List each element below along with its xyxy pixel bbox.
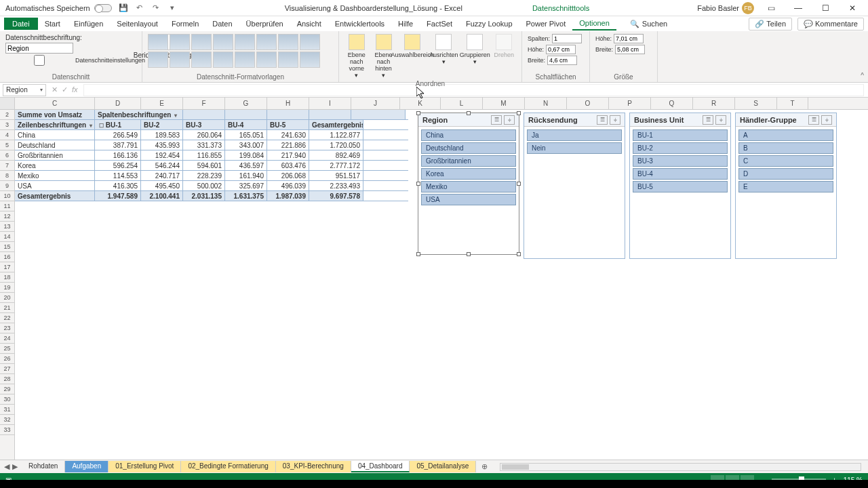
row-header-26[interactable]: 26 — [0, 354, 14, 364]
slicer-bu-item-0[interactable]: BU-1 — [633, 129, 728, 141]
slicer-bu-item-2[interactable]: BU-3 — [633, 155, 728, 167]
btn-width-input[interactable] — [547, 56, 577, 65]
col-header-G[interactable]: G — [225, 98, 267, 109]
qat-more-icon[interactable]: ▾ — [167, 3, 177, 13]
bring-forward-button[interactable]: Ebene nach vorne ▾ — [344, 34, 369, 79]
col-header-H[interactable]: H — [267, 98, 309, 109]
row-header-28[interactable]: 28 — [0, 374, 14, 384]
clear-filter-icon[interactable]: ⏚ — [504, 115, 515, 125]
slicer-bu-item-1[interactable]: BU-2 — [633, 142, 728, 154]
row-header-6[interactable]: 6 — [0, 150, 14, 161]
row-header-17[interactable]: 17 — [0, 262, 14, 272]
rotate-button[interactable]: Drehen — [492, 34, 516, 79]
col-header-N[interactable]: N — [525, 98, 567, 109]
clear-filter-icon[interactable]: ⏚ — [610, 115, 620, 125]
slicer-region-item-1[interactable]: Deutschland — [421, 142, 516, 154]
caption-input[interactable] — [5, 43, 73, 54]
pivot-col-dropdown[interactable]: Spaltenbeschriftungen ▾ — [95, 110, 183, 119]
slicer-region-item-5[interactable]: USA — [421, 194, 516, 205]
tab-datei[interactable]: Datei — [4, 18, 38, 30]
tab-optionen[interactable]: Optionen — [572, 17, 616, 30]
row-header-10[interactable]: 10 — [0, 191, 14, 201]
slicer-haendler-item-2[interactable]: C — [738, 155, 833, 167]
slicer-haendler-item-1[interactable]: B — [738, 142, 833, 154]
select-all[interactable] — [0, 98, 15, 109]
col-header-E[interactable]: E — [141, 98, 183, 109]
close-button[interactable]: ✕ — [842, 1, 863, 15]
slicer-region-item-2[interactable]: Großbritannien — [421, 155, 516, 167]
row-header-31[interactable]: 31 — [0, 405, 14, 415]
tab-formeln[interactable]: Formeln — [165, 18, 205, 30]
clear-filter-icon[interactable]: ⏚ — [715, 115, 726, 125]
row-header-32[interactable]: 32 — [0, 415, 14, 425]
slicer-region-item-4[interactable]: Mexiko — [421, 181, 516, 192]
row-header-19[interactable]: 19 — [0, 283, 14, 293]
search-label[interactable]: Suchen — [642, 20, 667, 28]
col-header-O[interactable]: O — [567, 98, 609, 109]
col-header-Q[interactable]: Q — [651, 98, 693, 109]
ribbon-mode-icon[interactable]: ▭ — [761, 1, 781, 15]
col-header-C[interactable]: C — [15, 98, 95, 109]
col-header-I[interactable]: I — [309, 98, 351, 109]
slicer-haendler-item-3[interactable]: D — [738, 168, 833, 180]
maximize-button[interactable]: ☐ — [815, 1, 835, 15]
multiselect-icon[interactable]: ☰ — [703, 115, 713, 125]
sheet-02[interactable]: 02_Bedingte Formatierung — [181, 461, 275, 472]
col-header-F[interactable]: F — [183, 98, 225, 109]
col-header-P[interactable]: P — [609, 98, 651, 109]
comments-button[interactable]: 💬 Kommentare — [797, 18, 864, 30]
row-header-3[interactable]: 3 — [0, 120, 14, 130]
col-header-R[interactable]: R — [693, 98, 735, 109]
multiselect-icon[interactable]: ☰ — [597, 115, 608, 125]
selection-pane-button[interactable]: Auswahlbereich — [398, 34, 427, 79]
row-header-8[interactable]: 8 — [0, 171, 14, 181]
slicer-bu-item-4[interactable]: BU-5 — [633, 181, 728, 192]
tab-ansicht[interactable]: Ansicht — [290, 18, 328, 30]
minimize-button[interactable]: — — [788, 1, 808, 15]
row-header-13[interactable]: 13 — [0, 222, 14, 232]
tab-einfuegen[interactable]: Einfügen — [67, 18, 110, 30]
slicer-haendler-item-0[interactable]: A — [738, 129, 833, 141]
redo-icon[interactable]: ↷ — [151, 3, 161, 13]
tab-entwicklertools[interactable]: Entwicklertools — [328, 18, 391, 30]
row-header-16[interactable]: 16 — [0, 252, 14, 262]
group-button[interactable]: Gruppieren ▾ — [460, 34, 489, 79]
col-header-M[interactable]: M — [483, 98, 525, 109]
slicer-bu-item-3[interactable]: BU-4 — [633, 168, 728, 180]
settings-checkbox[interactable]: Datenschnitteinstellungen — [5, 55, 145, 66]
slicer-ruecksendung-item-1[interactable]: Nein — [527, 142, 622, 154]
row-header-22[interactable]: 22 — [0, 313, 14, 323]
row-header-11[interactable]: 11 — [0, 201, 14, 211]
col-header-S[interactable]: S — [735, 98, 777, 109]
horizontal-scrollbar[interactable] — [500, 463, 861, 471]
slicer-region-item-3[interactable]: Korea — [421, 168, 516, 180]
row-header-23[interactable]: 23 — [0, 323, 14, 333]
enter-icon[interactable]: ✓ — [62, 85, 68, 94]
row-header-33[interactable]: 33 — [0, 425, 14, 435]
sheet-05[interactable]: 05_Detailanalyse — [410, 461, 476, 472]
cancel-icon[interactable]: ✕ — [52, 85, 58, 94]
style-gallery[interactable] — [148, 34, 338, 68]
sheet-nav-next-icon[interactable]: ▶ — [12, 462, 18, 471]
clear-filter-icon[interactable]: ⏚ — [821, 115, 832, 125]
align-button[interactable]: Ausrichten ▾ — [429, 34, 458, 79]
tab-ueberpruefen[interactable]: Überprüfen — [239, 18, 290, 30]
slicer-haendler[interactable]: Händler-Gruppe ☰ ⏚ ABCDE — [735, 113, 837, 259]
tab-hilfe[interactable]: Hilfe — [391, 18, 420, 30]
sheet-04[interactable]: 04_Dashboard — [351, 461, 410, 472]
collapse-ribbon-icon[interactable]: ^ — [861, 72, 864, 79]
sheet-03[interactable]: 03_KPI-Berechnung — [276, 461, 351, 472]
columns-input[interactable] — [552, 34, 582, 43]
row-header-12[interactable]: 12 — [0, 211, 14, 222]
slicer-ruecksendung-item-0[interactable]: Ja — [527, 129, 622, 141]
col-header-D[interactable]: D — [95, 98, 141, 109]
slicer-business-unit[interactable]: Business Unit ☰ ⏚ BU-1BU-2BU-3BU-4BU-5 — [629, 113, 731, 259]
row-header-29[interactable]: 29 — [0, 384, 14, 394]
slicer-region-item-0[interactable]: China — [421, 129, 516, 141]
row-header-5[interactable]: 5 — [0, 140, 14, 150]
width-input[interactable] — [615, 45, 645, 54]
height-input[interactable] — [614, 34, 644, 43]
row-header-4[interactable]: 4 — [0, 130, 14, 140]
row-header-15[interactable]: 15 — [0, 242, 14, 252]
row-header-30[interactable]: 30 — [0, 394, 14, 405]
